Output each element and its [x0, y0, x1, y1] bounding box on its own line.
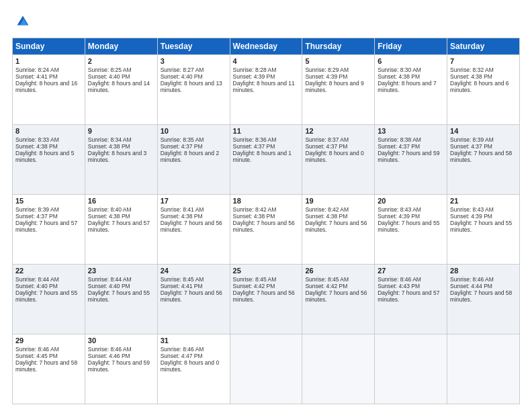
sunset: Sunset: 4:37 PM — [450, 143, 492, 150]
day-number: 9 — [88, 127, 154, 135]
calendar-cell — [302, 334, 375, 404]
sunset: Sunset: 4:39 PM — [450, 213, 492, 220]
calendar-cell: 7Sunrise: 8:32 AMSunset: 4:38 PMDaylight… — [447, 55, 520, 125]
day-number: 15 — [15, 197, 82, 205]
calendar-cell: 28Sunrise: 8:46 AMSunset: 4:44 PMDayligh… — [447, 265, 520, 334]
page: SundayMondayTuesdayWednesdayThursdayFrid… — [0, 0, 532, 411]
sunset: Sunset: 4:40 PM — [161, 73, 203, 80]
sunrise: Sunrise: 8:27 AM — [161, 66, 204, 73]
sunrise: Sunrise: 8:40 AM — [88, 206, 132, 213]
daylight: Daylight: 7 hours and 59 minutes. — [378, 150, 439, 163]
calendar-week: 15Sunrise: 8:39 AMSunset: 4:37 PMDayligh… — [13, 195, 520, 265]
sunrise: Sunrise: 8:43 AM — [450, 206, 494, 213]
calendar-cell: 10Sunrise: 8:35 AMSunset: 4:37 PMDayligh… — [157, 125, 230, 195]
sunset: Sunset: 4:41 PM — [15, 73, 58, 80]
day-number: 5 — [305, 57, 371, 65]
sunset: Sunset: 4:40 PM — [88, 73, 130, 80]
calendar-cell: 15Sunrise: 8:39 AMSunset: 4:37 PMDayligh… — [13, 195, 85, 265]
day-number: 25 — [233, 267, 300, 275]
day-number: 22 — [15, 267, 82, 275]
sunset: Sunset: 4:37 PM — [15, 213, 58, 220]
daylight: Daylight: 7 hours and 57 minutes. — [88, 220, 150, 233]
daylight: Daylight: 7 hours and 55 minutes. — [450, 220, 512, 233]
sunset: Sunset: 4:38 PM — [15, 143, 58, 150]
daylight: Daylight: 8 hours and 14 minutes. — [88, 80, 150, 93]
day-number: 20 — [378, 197, 444, 205]
daylight: Daylight: 7 hours and 56 minutes. — [233, 289, 295, 303]
calendar-cell: 1Sunrise: 8:24 AMSunset: 4:41 PMDaylight… — [13, 55, 85, 125]
sunset: Sunset: 4:47 PM — [161, 353, 203, 359]
sunset: Sunset: 4:37 PM — [161, 143, 203, 150]
daylight: Daylight: 8 hours and 0 minutes. — [305, 150, 363, 163]
day-number: 23 — [88, 267, 154, 275]
daylight: Daylight: 7 hours and 56 minutes. — [305, 289, 367, 303]
daylight: Daylight: 8 hours and 16 minutes. — [15, 80, 77, 93]
sunset: Sunset: 4:44 PM — [450, 283, 492, 289]
calendar-cell: 25Sunrise: 8:45 AMSunset: 4:42 PMDayligh… — [230, 265, 302, 334]
day-number: 27 — [378, 267, 444, 275]
calendar-week: 29Sunrise: 8:46 AMSunset: 4:45 PMDayligh… — [13, 334, 520, 404]
daylight: Daylight: 7 hours and 59 minutes. — [88, 359, 150, 373]
day-of-week-header: Friday — [375, 38, 447, 55]
sunrise: Sunrise: 8:42 AM — [305, 206, 349, 213]
daylight: Daylight: 7 hours and 58 minutes. — [15, 359, 77, 373]
daylight: Daylight: 7 hours and 55 minutes. — [88, 289, 150, 303]
daylight: Daylight: 7 hours and 55 minutes. — [378, 220, 439, 233]
calendar-cell: 27Sunrise: 8:46 AMSunset: 4:43 PMDayligh… — [375, 265, 447, 334]
day-number: 31 — [161, 336, 227, 345]
sunset: Sunset: 4:38 PM — [378, 73, 420, 80]
day-number: 8 — [15, 127, 82, 135]
calendar-cell: 3Sunrise: 8:27 AMSunset: 4:40 PMDaylight… — [157, 55, 230, 125]
daylight: Daylight: 7 hours and 57 minutes. — [15, 220, 77, 233]
daylight: Daylight: 8 hours and 7 minutes. — [378, 80, 436, 93]
sunrise: Sunrise: 8:41 AM — [161, 206, 204, 213]
calendar-cell: 20Sunrise: 8:43 AMSunset: 4:39 PMDayligh… — [375, 195, 447, 265]
calendar-cell: 21Sunrise: 8:43 AMSunset: 4:39 PMDayligh… — [447, 195, 520, 265]
daylight: Daylight: 7 hours and 56 minutes. — [305, 220, 367, 233]
daylight: Daylight: 7 hours and 56 minutes. — [161, 220, 222, 233]
daylight: Daylight: 8 hours and 6 minutes. — [450, 80, 508, 93]
sunset: Sunset: 4:43 PM — [378, 283, 420, 289]
calendar: SundayMondayTuesdayWednesdayThursdayFrid… — [12, 38, 520, 404]
daylight: Daylight: 7 hours and 56 minutes. — [233, 220, 295, 233]
sunrise: Sunrise: 8:45 AM — [233, 276, 277, 283]
day-of-week-header: Sunday — [13, 38, 85, 55]
daylight: Daylight: 8 hours and 2 minutes. — [161, 150, 219, 163]
daylight: Daylight: 8 hours and 0 minutes. — [161, 359, 219, 373]
sunset: Sunset: 4:39 PM — [233, 73, 275, 80]
sunrise: Sunrise: 8:46 AM — [161, 346, 204, 353]
sunset: Sunset: 4:42 PM — [233, 283, 275, 289]
day-number: 16 — [88, 197, 154, 205]
calendar-cell: 9Sunrise: 8:34 AMSunset: 4:38 PMDaylight… — [85, 125, 157, 195]
day-number: 21 — [450, 197, 517, 205]
calendar-cell: 6Sunrise: 8:30 AMSunset: 4:38 PMDaylight… — [375, 55, 447, 125]
sunset: Sunset: 4:45 PM — [15, 353, 58, 359]
calendar-cell — [230, 334, 302, 404]
day-number: 29 — [15, 336, 82, 345]
day-number: 14 — [450, 127, 517, 135]
logo-icon — [13, 12, 32, 31]
sunrise: Sunrise: 8:32 AM — [450, 66, 494, 73]
sunrise: Sunrise: 8:25 AM — [88, 66, 132, 73]
calendar-cell: 18Sunrise: 8:42 AMSunset: 4:38 PMDayligh… — [230, 195, 302, 265]
sunrise: Sunrise: 8:34 AM — [88, 136, 132, 143]
sunrise: Sunrise: 8:24 AM — [15, 66, 59, 73]
calendar-cell: 29Sunrise: 8:46 AMSunset: 4:45 PMDayligh… — [13, 334, 85, 404]
calendar-cell: 17Sunrise: 8:41 AMSunset: 4:38 PMDayligh… — [157, 195, 230, 265]
calendar-week: 8Sunrise: 8:33 AMSunset: 4:38 PMDaylight… — [13, 125, 520, 195]
calendar-cell: 12Sunrise: 8:37 AMSunset: 4:37 PMDayligh… — [302, 125, 375, 195]
calendar-cell: 22Sunrise: 8:44 AMSunset: 4:40 PMDayligh… — [13, 265, 85, 334]
sunset: Sunset: 4:38 PM — [161, 213, 203, 220]
day-number: 11 — [233, 127, 300, 135]
day-number: 4 — [233, 57, 300, 65]
day-number: 2 — [88, 57, 154, 65]
sunrise: Sunrise: 8:28 AM — [233, 66, 277, 73]
sunset: Sunset: 4:42 PM — [305, 283, 347, 289]
sunset: Sunset: 4:38 PM — [305, 213, 347, 220]
daylight: Daylight: 8 hours and 9 minutes. — [305, 80, 363, 93]
calendar-cell: 13Sunrise: 8:38 AMSunset: 4:37 PMDayligh… — [375, 125, 447, 195]
day-number: 3 — [161, 57, 227, 65]
calendar-cell: 14Sunrise: 8:39 AMSunset: 4:37 PMDayligh… — [447, 125, 520, 195]
sunrise: Sunrise: 8:37 AM — [305, 136, 349, 143]
day-number: 24 — [161, 267, 227, 275]
